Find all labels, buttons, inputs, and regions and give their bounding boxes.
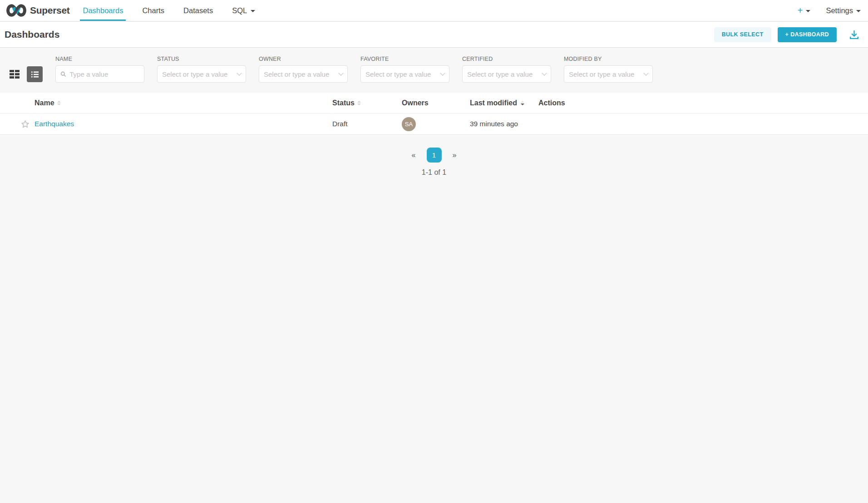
card-view-toggle[interactable] <box>6 66 22 82</box>
plus-icon: + <box>798 5 803 16</box>
modified-by-filter-select[interactable]: Select or type a value <box>564 65 653 83</box>
column-label: Owners <box>402 99 429 107</box>
filter-label: MODIFIED BY <box>564 56 653 62</box>
status-cell: Draft <box>332 120 402 128</box>
nav-tab-sql[interactable]: SQL <box>229 0 258 21</box>
filter-field-owner: OWNER Select or type a value <box>259 56 348 83</box>
pager: « 1 » <box>0 148 868 163</box>
sort-icon <box>57 101 61 105</box>
main-nav: Dashboards Charts Datasets SQL <box>73 0 265 21</box>
filter-field-favorite: FAVORITE Select or type a value <box>360 56 449 83</box>
name-filter-input[interactable] <box>69 70 139 78</box>
select-placeholder: Select or type a value <box>365 70 438 78</box>
pagination-summary: 1-1 of 1 <box>0 168 868 177</box>
chevron-down-icon <box>856 10 861 12</box>
status-column-header[interactable]: Status <box>332 99 402 107</box>
page-header: Dashboards BULK SELECT + DASHBOARD <box>0 22 868 48</box>
favorite-filter-select[interactable]: Select or type a value <box>360 65 449 83</box>
nav-tab-datasets-label: Datasets <box>183 6 213 15</box>
select-placeholder: Select or type a value <box>264 70 336 78</box>
top-navbar: Superset Dashboards Charts Datasets SQL … <box>0 0 868 22</box>
pagination: « 1 » 1-1 of 1 <box>0 135 868 177</box>
next-page-button[interactable]: » <box>449 149 460 161</box>
page-1-button[interactable]: 1 <box>427 148 442 163</box>
sort-icon <box>357 101 361 105</box>
filter-bar: NAME STATUS Select or type a value OWNER… <box>0 48 868 93</box>
status-filter-select[interactable]: Select or type a value <box>157 65 246 83</box>
chevron-down-icon <box>643 70 648 75</box>
certified-filter-select[interactable]: Select or type a value <box>462 65 551 83</box>
chevron-down-icon <box>237 70 242 75</box>
last-modified-value: 39 minutes ago <box>470 120 518 128</box>
prev-page-button[interactable]: « <box>408 149 419 161</box>
filter-label: FAVORITE <box>360 56 449 62</box>
search-icon <box>60 71 66 78</box>
import-dashboards-button[interactable] <box>848 29 860 40</box>
owner-avatar[interactable]: SA <box>402 117 416 131</box>
filter-label: NAME <box>55 56 144 62</box>
select-placeholder: Select or type a value <box>162 70 234 78</box>
select-placeholder: Select or type a value <box>467 70 539 78</box>
list-view-icon <box>30 70 39 79</box>
chevron-down-icon <box>251 10 255 12</box>
filter-label: STATUS <box>157 56 246 62</box>
navbar-right: + Settings <box>798 0 861 21</box>
new-item-menu[interactable]: + <box>798 5 811 16</box>
table-row: Earthquakes Draft SA 39 minutes ago <box>0 113 868 135</box>
nav-tab-datasets[interactable]: Datasets <box>181 0 216 21</box>
column-label: Last modified <box>470 99 517 107</box>
owners-cell: SA <box>402 117 470 131</box>
column-label: Name <box>35 99 54 107</box>
header-actions: BULK SELECT + DASHBOARD <box>714 27 860 42</box>
column-label: Status <box>332 99 355 107</box>
bulk-select-button[interactable]: BULK SELECT <box>714 27 771 42</box>
brand-name: Superset <box>30 5 69 16</box>
owner-filter-select[interactable]: Select or type a value <box>259 65 348 83</box>
card-view-icon <box>10 70 20 79</box>
owners-column-header: Owners <box>402 99 470 107</box>
superset-infinity-icon <box>6 4 26 17</box>
dashboard-link[interactable]: Earthquakes <box>35 120 74 128</box>
name-column-header[interactable]: Name <box>35 99 332 107</box>
chevron-down-icon <box>542 70 547 75</box>
list-view-toggle[interactable] <box>27 66 43 82</box>
actions-column-header: Actions <box>538 99 868 107</box>
chevron-down-icon <box>338 70 343 75</box>
settings-menu-label: Settings <box>826 6 853 15</box>
sort-desc-icon <box>521 101 524 105</box>
filter-field-certified: CERTIFIED Select or type a value <box>462 56 551 83</box>
last-modified-cell: 39 minutes ago <box>470 120 538 128</box>
filter-label: OWNER <box>259 56 348 62</box>
nav-tab-charts[interactable]: Charts <box>139 0 167 21</box>
nav-tab-dashboards-label: Dashboards <box>83 6 123 15</box>
nav-tab-dashboards[interactable]: Dashboards <box>80 0 126 21</box>
settings-menu[interactable]: Settings <box>826 6 861 15</box>
filter-label: CERTIFIED <box>462 56 551 62</box>
superset-logo[interactable]: Superset <box>6 0 69 21</box>
table-header-row: Name Status Owners Last modified Actions <box>0 93 868 113</box>
last-modified-column-header[interactable]: Last modified <box>470 99 538 107</box>
filter-field-modified-by: MODIFIED BY Select or type a value <box>564 56 653 83</box>
filter-field-name: NAME <box>55 56 144 83</box>
download-icon <box>848 29 860 40</box>
status-value: Draft <box>332 120 348 128</box>
column-label: Actions <box>538 99 565 107</box>
chevron-down-icon <box>806 10 810 12</box>
favorite-cell <box>0 120 35 128</box>
nav-tab-charts-label: Charts <box>142 6 164 15</box>
nav-tab-sql-label: SQL <box>232 6 247 15</box>
chevron-down-icon <box>440 70 445 75</box>
dashboards-table: Name Status Owners Last modified Actions… <box>0 93 868 135</box>
name-cell: Earthquakes <box>35 120 332 128</box>
name-filter <box>55 65 144 83</box>
filter-field-status: STATUS Select or type a value <box>157 56 246 83</box>
view-toggles <box>6 66 43 82</box>
new-dashboard-button[interactable]: + DASHBOARD <box>778 27 837 42</box>
star-icon[interactable] <box>21 120 30 128</box>
page-title: Dashboards <box>5 29 59 40</box>
select-placeholder: Select or type a value <box>569 70 641 78</box>
